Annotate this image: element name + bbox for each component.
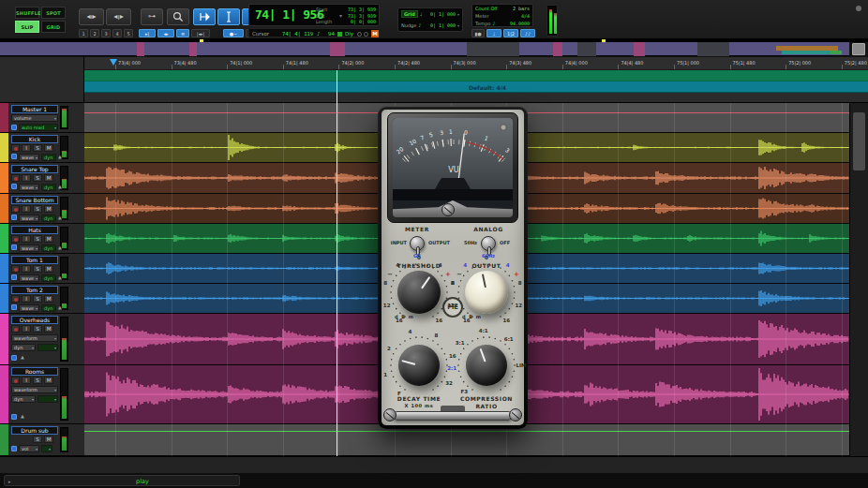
caret-down-icon[interactable]: ▾ [457, 23, 459, 28]
track-color-tab[interactable] [0, 424, 8, 455]
track-enable-checkbox[interactable] [11, 154, 17, 159]
link-track-selection-button[interactable]: ≡ [176, 29, 189, 37]
selector-tool-button[interactable] [217, 8, 240, 25]
metronome-button[interactable]: ♩ [486, 29, 501, 37]
tempo-value[interactable]: 94.0000 [510, 21, 530, 26]
track-header-drum-sub[interactable]: Drum subSMvol▾▾ [0, 424, 84, 456]
record-enable-button[interactable] [11, 377, 20, 384]
zero-adjust-screw[interactable] [441, 203, 455, 216]
input-monitor-button[interactable]: I [22, 144, 31, 152]
zoom-preset-5[interactable]: 5 [124, 29, 133, 37]
track-view-selector[interactable]: vol▾ [19, 445, 39, 452]
track-color-tab[interactable] [0, 284, 8, 313]
tempo-ruler-conductor-button[interactable]: ♪♪ [520, 29, 535, 37]
meter-ruler[interactable]: Default: 4/4 [84, 81, 868, 93]
meter-value[interactable]: 4/4 [521, 13, 530, 19]
zoom-preset-2[interactable]: 2 [90, 29, 99, 37]
bars-beats-ruler[interactable]: 73|4| 00073|4| 48074|1| 00074|1| 48074|2… [84, 57, 868, 70]
solo-button[interactable]: S [33, 295, 42, 303]
track-view-selector[interactable]: wave▾ [19, 214, 39, 222]
track-enable-checkbox[interactable] [11, 244, 17, 250]
tempo-ruler[interactable] [84, 70, 868, 81]
threshold-knob[interactable] [397, 271, 441, 314]
tab-to-transient-button[interactable]: ▸| [139, 29, 156, 37]
insertion-follows-playback-button[interactable]: |◂▸| [191, 29, 210, 37]
record-enable-button[interactable] [11, 205, 20, 213]
track-name[interactable]: Hats [11, 226, 58, 234]
main-counter-display[interactable]: 74| 1| 956 ▾ Start73| 3| 939 End73| 3| 9… [248, 4, 380, 26]
track-name[interactable]: Tom 1 [11, 256, 58, 264]
mute-button[interactable]: M [44, 325, 53, 333]
automation-icon[interactable]: ▲ [58, 184, 62, 189]
track-header-tom-1[interactable]: Tom 1ISMwave▾dyn▾▲ [0, 254, 84, 284]
track-color-tab[interactable] [0, 163, 8, 193]
grid-label[interactable]: Grid [401, 10, 418, 18]
zoom-preset-4[interactable]: 4 [112, 29, 122, 37]
overview-options-icon[interactable] [852, 43, 865, 55]
automation-mode-selector[interactable]: auto read▾ [19, 124, 58, 131]
track-header-master-1[interactable]: Master 1volume▾auto read▾ [0, 103, 84, 133]
metronome-settings-button[interactable]: ▮● [471, 29, 485, 37]
input-monitor-button[interactable]: I [22, 325, 31, 333]
toolbar-options-icon[interactable] [856, 6, 861, 11]
track-enable-checkbox[interactable] [11, 355, 17, 361]
solo-button[interactable]: S [33, 265, 42, 273]
input-monitor-button[interactable]: I [22, 295, 31, 303]
track-color-tab[interactable] [0, 365, 8, 423]
elastic-audio-selector[interactable]: dyn▾ [41, 244, 56, 252]
session-overview-bar[interactable] [0, 42, 849, 56]
solo-button[interactable]: S [33, 235, 42, 243]
elastic-audio-selector[interactable]: ▾ [37, 344, 58, 351]
track-view-selector[interactable]: volume▾ [11, 114, 58, 122]
record-enable-button[interactable] [11, 144, 20, 152]
count-in-button[interactable]: 1|2 [503, 29, 518, 37]
automation-icon[interactable]: ▲ [21, 354, 24, 360]
track-enable-checkbox[interactable] [11, 414, 17, 420]
nudge-value[interactable]: 0| 1| 000 [430, 22, 456, 28]
track-header-snare-top[interactable]: Snare TopISMwave▾dyn▾▲ [0, 163, 84, 194]
track-name[interactable]: Snare Bottom [11, 196, 58, 204]
track-name[interactable]: Master 1 [11, 105, 58, 113]
vertical-scrollbar[interactable] [849, 103, 868, 456]
solo-button[interactable]: S [33, 174, 42, 182]
solo-button[interactable]: S [33, 377, 42, 384]
automation-icon[interactable]: ▲ [58, 304, 62, 310]
track-enable-checkbox[interactable] [11, 274, 17, 280]
elastic-audio-selector[interactable]: dyn▾ [41, 154, 56, 161]
mute-button[interactable]: M [44, 174, 53, 182]
track-header-rooms[interactable]: RoomsISMwaveform▾dyn▾▾▲ [0, 365, 84, 424]
track-header-snare-bottom[interactable]: Snare BottomISMwave▾dyn▾▲ [0, 194, 84, 224]
track-name[interactable]: Tom 2 [11, 286, 58, 294]
link-timeline-selection-button[interactable]: ◂▸ [157, 29, 174, 37]
automation-icon[interactable]: ▲ [58, 274, 62, 280]
track-header-kick[interactable]: KickISMwave▾dyn▾▲ [0, 133, 84, 163]
markers-ruler[interactable] [84, 93, 868, 103]
solo-button[interactable]: S [33, 144, 42, 152]
automation-lane-selector[interactable]: dyn▾ [11, 395, 36, 403]
track-color-tab[interactable] [0, 194, 8, 223]
track-color-tab[interactable] [0, 133, 8, 162]
automation-icon[interactable]: ▲ [21, 413, 24, 419]
track-view-selector[interactable]: wave▾ [19, 244, 39, 252]
track-enable-checkbox[interactable] [11, 184, 17, 189]
mute-button[interactable]: M [44, 235, 53, 243]
zoom-toggle-button[interactable]: ⊶ [141, 8, 163, 25]
tempo-label[interactable]: Tempo [475, 21, 490, 26]
record-enable-button[interactable] [11, 174, 20, 182]
length-value[interactable]: 0| 0| 000 [351, 19, 376, 25]
track-header-tom-2[interactable]: Tom 2ISMwave▾dyn▾▲ [0, 284, 84, 314]
zoom-tool-button[interactable] [167, 8, 189, 25]
nudge-row[interactable]: Nudge ♪ 0| 1| 000 ▾ [398, 20, 462, 31]
input-monitor-button[interactable]: I [22, 377, 31, 384]
track-view-selector[interactable]: wave▾ [19, 304, 39, 312]
elastic-audio-selector[interactable]: dyn▾ [41, 184, 56, 191]
track-name[interactable]: Drum sub [11, 426, 58, 435]
automation-icon[interactable]: ▲ [58, 244, 62, 250]
record-enable-button[interactable] [11, 325, 20, 333]
track-view-selector[interactable]: waveform▾ [11, 334, 58, 342]
input-monitor-button[interactable]: I [22, 174, 31, 182]
track-view-selector[interactable]: wave▾ [19, 184, 39, 191]
timebase-icon[interactable] [337, 32, 342, 37]
mirrored-editing-button[interactable]: ●~ [223, 29, 244, 37]
solo-button[interactable]: S [33, 436, 42, 443]
